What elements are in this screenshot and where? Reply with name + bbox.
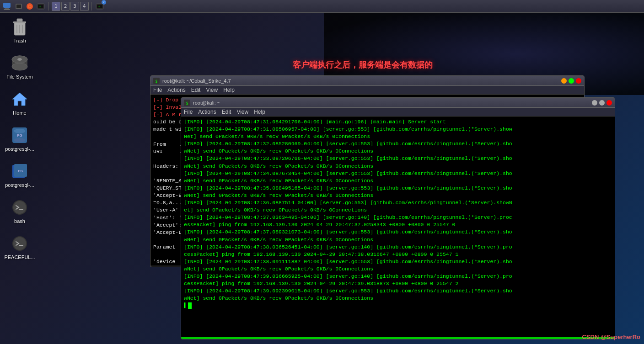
terminal-line: wNet] send 0Packet/s 0KB/s recv 0Packet/… <box>184 177 612 185</box>
taskbar-app-badge[interactable]: $_ 2 <box>95 1 105 11</box>
svg-marker-26 <box>12 93 27 106</box>
svg-rect-16 <box>13 21 26 23</box>
home-label: Home <box>13 110 26 116</box>
terminal-line: [INFO] [2024-04-29T08:47:38.091111887-04… <box>184 258 612 265</box>
desktop-icon-trash[interactable]: Trash <box>4 16 36 45</box>
taskbar: $_ 1 2 3 4 $_ 2 <box>0 0 644 13</box>
terminal-second-menu-help[interactable]: Help <box>254 109 265 115</box>
filesystem-label: File System <box>6 74 32 79</box>
postgresql2-label: postgresql-... <box>5 182 34 188</box>
svg-point-23 <box>12 63 27 70</box>
terminal-line: [INFO] [2024-04-29T08:47:33.087296766-04… <box>184 155 612 162</box>
terminal-second-close-btn[interactable] <box>606 100 612 106</box>
terminal-prompt: ▌ <box>184 302 187 309</box>
svg-rect-2 <box>4 9 10 10</box>
svg-rect-5 <box>17 9 20 9</box>
terminal-main-title: root@kali: ~/Cobalt_Strike_4.7 <box>162 78 231 84</box>
terminal-line: [INFO] [2024-04-29T08:47:35.088495165-04… <box>184 185 612 192</box>
terminal-second-menu-edit[interactable]: Edit <box>222 109 231 115</box>
peaceful-icon <box>11 234 29 253</box>
svg-text:$_: $_ <box>39 5 43 8</box>
terminal-second[interactable]: $ root@kali: ~ File Actions Edit View He… <box>181 97 615 339</box>
terminal-menu-file[interactable]: File <box>153 87 162 93</box>
desktop-icon-postgresql1[interactable]: PG postgresql-... <box>4 124 36 153</box>
home-icon <box>11 90 29 108</box>
workspace-tab-2[interactable]: 2 <box>61 2 70 11</box>
bash-icon <box>11 198 29 217</box>
desktop-icon-postgresql2[interactable]: PG postgresql-... <box>4 160 36 190</box>
terminal-maximize-btn[interactable] <box>569 78 574 84</box>
terminal-line: cessPacket] ping from 192.168.139.130 20… <box>184 280 612 287</box>
svg-text:$: $ <box>186 101 188 106</box>
terminal-second-menu-view[interactable]: View <box>236 109 248 115</box>
terminal-menu-actions[interactable]: Actions <box>167 87 185 93</box>
terminal-line: [INFO] [2024-04-29T08:47:37.089321073-04… <box>184 228 612 236</box>
terminal-line: wNet] send 0Packet/s 0KB/s recv 0Packet/… <box>184 148 612 155</box>
terminal-line: et] send 0Packet/s 0KB/s recv 0Packet/s … <box>184 206 612 214</box>
taskbar-divider-2 <box>91 2 92 11</box>
terminal-second-menu: File Actions Edit View Help <box>181 108 615 116</box>
desktop-icon-filesystem[interactable]: File System <box>4 52 36 81</box>
desktop-icon-peaceful[interactable]: PEACEFUL... <box>4 233 36 262</box>
terminal-status-bar <box>181 337 615 338</box>
svg-text:$_: $_ <box>98 5 101 8</box>
terminal-menu-view[interactable]: View <box>206 87 218 93</box>
peaceful-label: PEACEFUL... <box>4 254 35 260</box>
terminal-line: essPacket] ping from 192.168.139.130 202… <box>184 221 612 228</box>
postgresql1-icon: PG <box>11 126 29 144</box>
terminal-menu-help[interactable]: Help <box>223 87 235 93</box>
svg-point-37 <box>13 201 26 214</box>
terminal-main-menu: File Actions Edit View Help <box>150 86 584 95</box>
trash-icon <box>11 18 29 36</box>
terminal-line: [INFO] [2024-04-29T08:47:36.0887514-04:0… <box>184 199 612 206</box>
terminal-second-btn2[interactable] <box>599 100 605 106</box>
desktop-icons-container: Trash File System Home <box>4 16 36 262</box>
terminal-line: [INFO] [2024-04-29T08:47:39.092399015-04… <box>184 287 612 295</box>
taskbar-icon-2[interactable] <box>14 1 24 11</box>
taskbar-icon-4[interactable]: $_ <box>36 1 46 11</box>
terminal-minimize-btn[interactable] <box>561 78 567 84</box>
workspace-tab-4[interactable]: 4 <box>80 2 89 11</box>
desktop-icon-bash[interactable]: bash <box>4 196 36 226</box>
postgresql2-icon: PG <box>11 162 29 180</box>
postgresql1-label: postgresql-... <box>5 146 34 152</box>
terminal-main-titlebar: $ root@kali: ~/Cobalt_Strike_4.7 <box>150 76 584 86</box>
terminal-cursor-line: ▌ <box>184 302 612 309</box>
terminal-second-menu-actions[interactable]: Actions <box>198 109 216 115</box>
taskbar-icon-1[interactable] <box>2 1 12 11</box>
terminal-line: [INFO] [2024-04-29T08:47:39.036665925-04… <box>184 273 612 280</box>
taskbar-left: $_ 1 2 3 4 $_ 2 <box>0 1 107 11</box>
csdn-watermark: CSDN @SuperherRo <box>582 333 640 340</box>
desktop: $_ 1 2 3 4 $_ 2 客户端执行之后，服务端是会有数 <box>0 0 644 344</box>
terminal-second-buttons <box>592 100 612 106</box>
svg-text:PG: PG <box>17 133 22 138</box>
trash-label: Trash <box>13 38 26 43</box>
workspace-tab-3[interactable]: 3 <box>70 2 79 11</box>
terminal-second-btn1[interactable] <box>592 100 597 106</box>
terminal-menu-edit[interactable]: Edit <box>191 87 201 93</box>
terminal-second-title: root@kali: ~ <box>193 100 220 106</box>
terminal-line: wNet] send 0Packet/s 0KB/s recv 0Packet/… <box>184 265 612 273</box>
terminal-line: wNet] send 0Packet/s 0KB/s recv 0Packet/… <box>184 236 612 243</box>
filesystem-icon <box>11 54 29 72</box>
terminal-line: wNet] send 0Packet/s 0KB/s recv 0Packet/… <box>184 295 612 302</box>
svg-rect-17 <box>17 19 22 21</box>
terminal-line: wNet] send 0Packet/s 0KB/s recv 0Packet/… <box>184 163 612 170</box>
terminal-line: Net] send 0Packet/s 0KB/s recv 0Packet/s… <box>184 133 612 140</box>
terminal-close-btn[interactable] <box>576 78 581 84</box>
svg-point-25 <box>17 58 22 61</box>
terminal-line: [INFO] [2024-04-29T08:47:31.08506957-04:… <box>184 126 612 133</box>
svg-rect-0 <box>3 3 11 8</box>
svg-rect-4 <box>16 5 21 8</box>
desktop-icon-home[interactable]: Home <box>4 88 36 117</box>
terminal-second-menu-file[interactable]: File <box>184 109 193 115</box>
terminal-line: [INFO] [2024-04-29T08:47:34.087673454-04… <box>184 170 612 177</box>
taskbar-divider <box>48 2 49 11</box>
workspace-tab-1[interactable]: 1 <box>52 2 60 11</box>
svg-point-31 <box>14 129 25 133</box>
terminal-line: wNet] send 0Packet/s 0KB/s recv 0Packet/… <box>184 192 612 199</box>
svg-text:$: $ <box>156 79 158 84</box>
terminal-line: [INFO] [2024-04-29T08:47:32.085280969-04… <box>184 140 612 148</box>
taskbar-icon-3[interactable] <box>25 1 35 11</box>
terminal-line: cessPacket] ping from 192.168.139.130 20… <box>184 251 612 258</box>
